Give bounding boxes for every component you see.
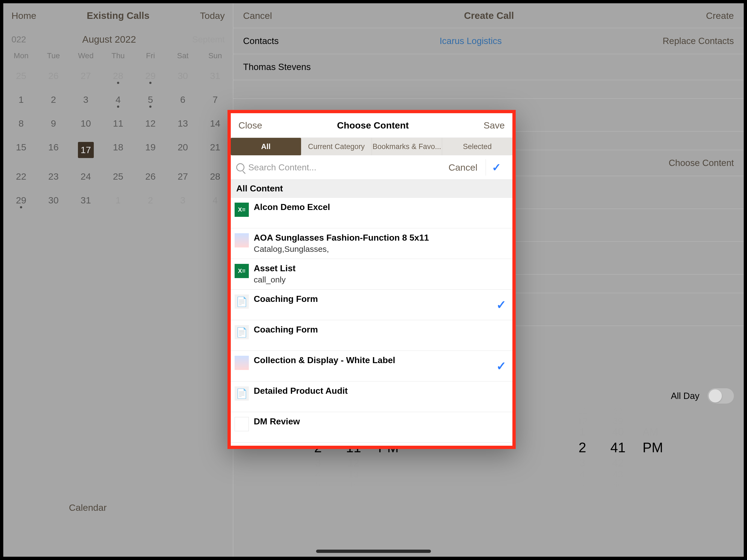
- segment-bookmarks-favo-[interactable]: Bookmarks & Favo...: [372, 138, 442, 155]
- content-item-title: Detailed Product Audit: [254, 386, 506, 396]
- segment-selected[interactable]: Selected: [442, 138, 512, 155]
- search-confirm-button[interactable]: ✓: [486, 159, 507, 176]
- content-item[interactable]: Collection & Display - White Label✓: [231, 351, 512, 381]
- content-item-title: DM Review: [254, 416, 506, 427]
- content-item[interactable]: DM Review: [231, 412, 512, 443]
- content-item[interactable]: Coaching Form: [231, 320, 512, 351]
- modal-title: Choose Content: [337, 120, 409, 131]
- pdf-thumb-icon: [235, 386, 249, 401]
- checkmark-icon: ✓: [496, 298, 506, 312]
- content-item[interactable]: Detailed Product Audit: [231, 381, 512, 412]
- content-item-title: AOA Sunglasses Fashion-Function 8 5x11: [254, 233, 506, 243]
- content-item-subtitle: Catalog,Sunglasses,: [254, 245, 506, 254]
- content-item-title: Collection & Display - White Label: [254, 355, 491, 365]
- img-thumb-icon: [235, 233, 249, 248]
- content-item-title: Alcon Demo Excel: [254, 202, 506, 212]
- content-item-title: Asset List: [254, 263, 506, 274]
- excel-thumb-icon: X≡: [235, 264, 249, 278]
- doc-thumb-icon: [235, 417, 249, 431]
- modal-close-button[interactable]: Close: [238, 120, 262, 131]
- segment-all[interactable]: All: [231, 138, 301, 155]
- search-icon: [236, 163, 244, 172]
- choose-content-modal: Close Choose Content Save AllCurrent Cat…: [228, 110, 516, 449]
- excel-thumb-icon: X≡: [235, 203, 249, 217]
- search-cancel-button[interactable]: Cancel: [446, 162, 480, 173]
- content-item[interactable]: Coaching Form✓: [231, 289, 512, 320]
- segment-current-category[interactable]: Current Category: [301, 138, 372, 155]
- checkmark-icon: ✓: [496, 359, 506, 373]
- content-item[interactable]: X≡Alcon Demo Excel: [231, 198, 512, 228]
- content-section-header: All Content: [231, 180, 512, 198]
- search-input[interactable]: Search Content...: [248, 162, 316, 173]
- modal-save-button[interactable]: Save: [483, 120, 505, 131]
- content-item[interactable]: X≡Asset Listcall_only: [231, 259, 512, 289]
- content-item-title: Coaching Form: [254, 325, 506, 335]
- content-item-title: Coaching Form: [254, 294, 491, 304]
- pdf-thumb-icon: [235, 295, 249, 309]
- pdf-thumb-icon: [235, 325, 249, 339]
- content-item[interactable]: AOA Sunglasses Fashion-Function 8 5x11Ca…: [231, 228, 512, 259]
- img-thumb-icon: [235, 356, 249, 370]
- content-item-subtitle: call_only: [254, 275, 506, 284]
